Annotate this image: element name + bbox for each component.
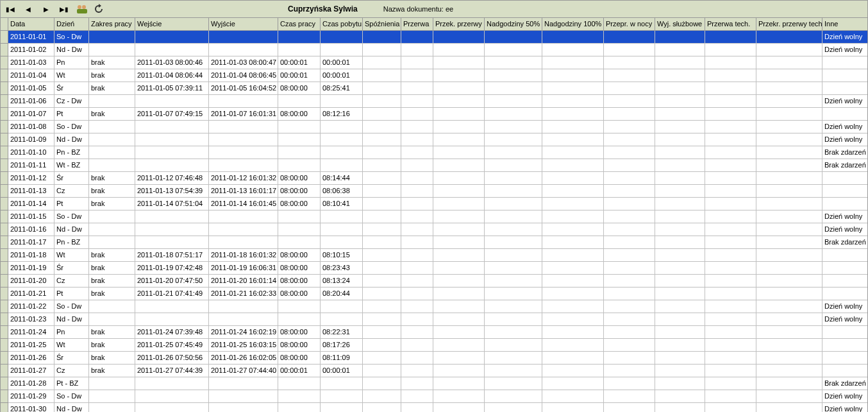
cell-dzien: Śr [54, 172, 89, 184]
table-row[interactable]: 2011-01-05Śrbrak2011-01-05 07:39:112011-… [1, 82, 867, 95]
column-header-data[interactable]: Data [8, 18, 54, 30]
column-header-nad100[interactable]: Nadgodziny 100% [542, 18, 604, 30]
column-header-wejscie[interactable]: Wejście [135, 18, 209, 30]
table-row[interactable]: 2011-01-19Śrbrak2011-01-19 07:42:482011-… [1, 262, 867, 275]
table-row[interactable]: 2011-01-13Czbrak2011-01-13 07:54:392011-… [1, 185, 867, 198]
cell-przekprzerwy [433, 352, 485, 364]
row-handle[interactable] [1, 390, 8, 403]
row-handle[interactable] [1, 326, 8, 339]
nav-last-button[interactable]: ▶▮ [57, 3, 71, 15]
table-row[interactable]: 2011-01-02Nd - DwDzień wolny [1, 44, 867, 56]
row-handle[interactable] [1, 377, 8, 390]
table-row[interactable]: 2011-01-06Cz - DwDzień wolny [1, 95, 867, 108]
column-header-zakres[interactable]: Zakres pracy [89, 18, 135, 30]
row-handle[interactable] [1, 95, 8, 108]
row-handle[interactable] [1, 300, 8, 313]
row-handle[interactable] [1, 159, 8, 172]
column-header-wnocy[interactable]: Przepr. w nocy [604, 18, 655, 30]
column-header-przekprzerwy[interactable]: Przek. przerwy [433, 18, 485, 30]
row-handle[interactable] [1, 146, 8, 159]
table-row[interactable]: 2011-01-20Czbrak2011-01-20 07:47:502011-… [1, 275, 867, 288]
table-row[interactable]: 2011-01-21Ptbrak2011-01-21 07:41:492011-… [1, 288, 867, 300]
column-header-dzien[interactable]: Dzień [54, 18, 89, 30]
cell-inne: Dzień wolny [822, 300, 867, 313]
cell-inne [822, 326, 867, 338]
row-handle[interactable] [1, 249, 8, 262]
table-row[interactable]: 2011-01-17Pn - BZBrak zdarzeń [1, 236, 867, 249]
column-header-przerwatech[interactable]: Przerwa tech. [705, 18, 756, 30]
cell-nad100 [542, 275, 604, 287]
cell-wyjsluz [655, 82, 705, 94]
cell-wnocy [604, 69, 655, 82]
cell-wnocy [604, 236, 655, 248]
cell-przerwa [401, 172, 433, 184]
row-handle[interactable] [1, 82, 8, 95]
table-row[interactable]: 2011-01-10Pn - BZBrak zdarzeń [1, 146, 867, 159]
column-header-nad50[interactable]: Nadgodziny 50% [485, 18, 542, 30]
row-handle[interactable] [1, 403, 8, 412]
row-handle[interactable] [1, 198, 8, 210]
table-row[interactable]: 2011-01-07Ptbrak2011-01-07 07:49:152011-… [1, 108, 867, 121]
table-row[interactable]: 2011-01-11Wt - BZBrak zdarzeń [1, 159, 867, 172]
table-row[interactable]: 2011-01-30Nd - DwDzień wolny [1, 403, 867, 412]
cell-czaspobytu [321, 95, 363, 107]
table-row[interactable]: 2011-01-04Wtbrak2011-01-04 08:06:442011-… [1, 69, 867, 82]
table-row[interactable]: 2011-01-23Nd - DwDzień wolny [1, 313, 867, 326]
cell-zakres: brak [89, 56, 135, 69]
table-row[interactable]: 2011-01-22So - DwDzień wolny [1, 300, 867, 313]
column-header-inne[interactable]: Inne [822, 18, 867, 30]
cell-wejscie: 2011-01-21 07:41:49 [135, 288, 209, 300]
row-handle[interactable] [1, 262, 8, 275]
table-row[interactable]: 2011-01-29So - DwDzień wolny [1, 390, 867, 403]
nav-next-button[interactable]: ▶ [39, 3, 53, 15]
column-header-przekrtech[interactable]: Przekr. przerwy tech. [756, 18, 822, 30]
column-header-przerwa[interactable]: Przerwa [401, 18, 433, 30]
row-handle[interactable] [1, 121, 8, 133]
table-row[interactable]: 2011-01-24Pnbrak2011-01-24 07:39:482011-… [1, 326, 867, 339]
table-row[interactable]: 2011-01-26Śrbrak2011-01-26 07:50:562011-… [1, 352, 867, 365]
row-handle[interactable] [1, 56, 8, 69]
row-handle[interactable] [1, 108, 8, 121]
row-handle[interactable] [1, 133, 8, 146]
table-row[interactable]: 2011-01-03Pnbrak2011-01-03 08:00:462011-… [1, 56, 867, 69]
row-handle[interactable] [1, 223, 8, 236]
column-header-czaspobytu[interactable]: Czas pobytu [321, 18, 363, 30]
nav-first-button[interactable]: ▮◀ [3, 3, 17, 15]
refresh-icon[interactable] [92, 3, 106, 15]
row-handle[interactable] [1, 339, 8, 352]
row-handle[interactable] [1, 31, 8, 44]
row-handle[interactable] [1, 365, 8, 377]
row-handle[interactable] [1, 69, 8, 82]
row-handle[interactable] [1, 275, 8, 288]
cell-nad50 [485, 198, 542, 210]
row-handle[interactable] [1, 236, 8, 249]
table-row[interactable]: 2011-01-27Czbrak2011-01-27 07:44:392011-… [1, 365, 867, 377]
people-icon[interactable] [75, 3, 89, 15]
column-header-czaspracy[interactable]: Czas pracy [278, 18, 321, 30]
table-row[interactable]: 2011-01-15So - DwDzień wolny [1, 210, 867, 223]
table-row[interactable]: 2011-01-28Pt - BZBrak zdarzeń [1, 377, 867, 390]
table-row[interactable]: 2011-01-18Wtbrak2011-01-18 07:51:172011-… [1, 249, 867, 262]
column-header-wyjscie[interactable]: Wyjście [209, 18, 278, 30]
column-header-wyjsluz[interactable]: Wyj. służbowe [655, 18, 705, 30]
row-handle[interactable] [1, 313, 8, 326]
cell-wyjscie [209, 223, 278, 236]
table-row[interactable]: 2011-01-08So - DwDzień wolny [1, 121, 867, 133]
cell-inne: Brak zdarzeń [822, 159, 867, 171]
table-row[interactable]: 2011-01-14Ptbrak2011-01-14 07:51:042011-… [1, 198, 867, 210]
table-row[interactable]: 2011-01-16Nd - DwDzień wolny [1, 223, 867, 236]
table-row[interactable]: 2011-01-01So - DwDzień wolny [1, 31, 867, 44]
row-handle[interactable] [1, 210, 8, 223]
nav-prev-button[interactable]: ◀ [21, 3, 35, 15]
row-handle[interactable] [1, 185, 8, 198]
column-header-spoznienia[interactable]: Spóźnienia [363, 18, 401, 30]
cell-spoznienia [363, 390, 401, 402]
cell-dzien: Nd - Dw [54, 403, 89, 412]
table-row[interactable]: 2011-01-25Wtbrak2011-01-25 07:45:492011-… [1, 339, 867, 352]
table-row[interactable]: 2011-01-12Śrbrak2011-01-12 07:46:482011-… [1, 172, 867, 185]
row-handle[interactable] [1, 44, 8, 56]
row-handle[interactable] [1, 352, 8, 365]
table-row[interactable]: 2011-01-09Nd - DwDzień wolny [1, 133, 867, 146]
row-handle[interactable] [1, 288, 8, 300]
row-handle[interactable] [1, 172, 8, 185]
